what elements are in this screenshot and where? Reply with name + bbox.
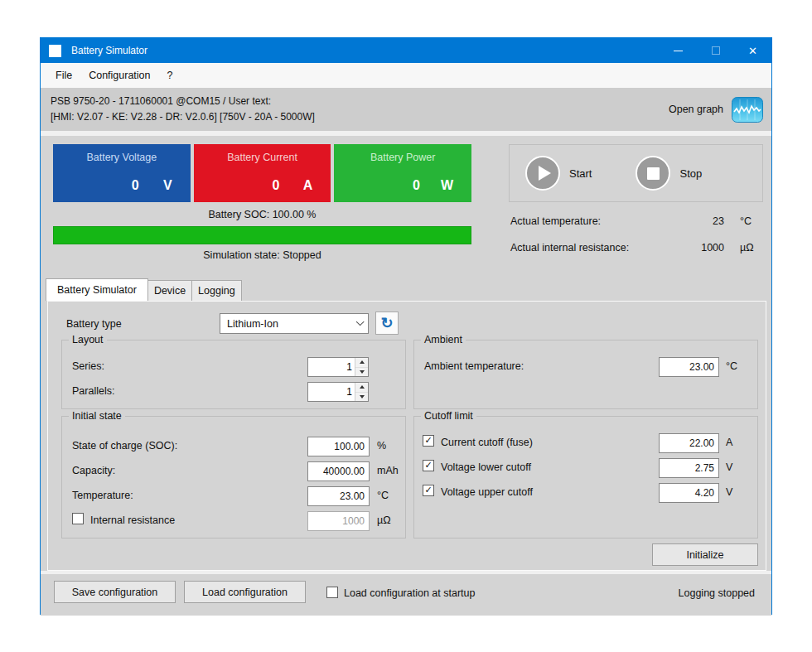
voltage-lower-cutoff-label: Voltage lower cutoff	[441, 461, 531, 473]
open-graph-label: Open graph	[669, 104, 723, 115]
start-button[interactable]: Start	[525, 156, 592, 191]
parallels-spin-down-button[interactable]	[355, 392, 368, 402]
parallels-input[interactable]	[308, 383, 355, 401]
load-at-startup-checkbox[interactable]	[326, 587, 338, 598]
load-configuration-button[interactable]: Load configuration	[184, 581, 306, 603]
spin-up-icon	[360, 385, 365, 389]
ambient-temperature-input[interactable]	[659, 357, 719, 377]
series-spinner	[307, 357, 369, 377]
maximize-icon	[712, 46, 720, 55]
cutoff-limit-group-title: Cutoff limit	[421, 410, 476, 422]
ambient-group: Ambient Ambient temperature: °C	[413, 340, 758, 409]
play-icon	[525, 156, 560, 191]
titlebar: Battery Simulator ✕	[41, 38, 771, 63]
chevron-down-icon	[356, 317, 365, 326]
layout-group: Layout Series: Parallels:	[61, 340, 406, 409]
series-spin-up-button[interactable]	[355, 358, 368, 367]
temperature-label: Temperature:	[72, 490, 133, 501]
internal-resistance-input	[307, 511, 370, 531]
battery-current-meter: Battery Current 0 A	[194, 144, 331, 202]
layout-group-title: Layout	[69, 334, 107, 345]
voltage-lower-cutoff-checkbox[interactable]: ✓	[423, 460, 434, 471]
battery-type-value: Lithium-Ion	[227, 318, 278, 330]
internal-resistance-checkbox[interactable]	[72, 513, 84, 524]
ambient-temperature-unit: °C	[726, 360, 737, 372]
device-info-line1: PSB 9750-20 - 1711060001 @COM15 / User t…	[51, 94, 315, 109]
simulation-state-label: Simulation state: Stopped	[53, 249, 471, 261]
meter-value: 0	[132, 178, 139, 193]
open-graph-button[interactable]: Open graph	[669, 88, 763, 131]
voltage-lower-cutoff-unit: V	[726, 461, 732, 473]
voltage-upper-cutoff-unit: V	[726, 486, 732, 498]
soc-input[interactable]	[307, 437, 370, 456]
battery-type-dropdown[interactable]: Lithium-Ion	[220, 313, 369, 334]
actual-internal-resistance-row: Actual internal resistance: 1000 µΩ	[510, 242, 763, 257]
close-icon: ✕	[748, 45, 757, 57]
maximize-button[interactable]	[697, 38, 734, 63]
load-at-startup-label: Load configuration at startup	[344, 587, 475, 599]
actual-temperature-value: 23	[713, 215, 724, 227]
battery-simulator-tabpage: Battery type Lithium-Ion ↻ Layout Series…	[47, 301, 766, 571]
menu-help[interactable]: ?	[159, 63, 181, 88]
save-configuration-button[interactable]: Save configuration	[54, 581, 176, 603]
meter-label: Battery Power	[334, 152, 471, 163]
meter-unit: W	[441, 178, 453, 193]
series-label: Series:	[72, 360, 104, 372]
initial-state-group: Initial state State of charge (SOC): % C…	[61, 416, 406, 539]
stop-label: Stop	[679, 167, 702, 180]
meter-value: 0	[413, 178, 420, 193]
ambient-group-title: Ambient	[421, 334, 466, 345]
battery-voltage-meter: Battery Voltage 0 V	[53, 144, 191, 202]
meter-unit: V	[163, 178, 172, 193]
initial-state-group-title: Initial state	[69, 410, 125, 422]
current-cutoff-input[interactable]	[659, 433, 719, 453]
voltage-lower-cutoff-input[interactable]	[659, 458, 719, 478]
stop-button[interactable]: Stop	[636, 156, 702, 191]
temperature-unit: °C	[377, 490, 389, 501]
minimize-button[interactable]	[660, 38, 697, 63]
spin-down-icon	[360, 370, 365, 374]
temperature-input[interactable]	[307, 486, 370, 506]
check-icon: ✓	[424, 436, 432, 445]
graph-icon	[732, 97, 763, 123]
tab-logging[interactable]: Logging	[191, 280, 242, 301]
meter-value: 0	[272, 178, 279, 193]
start-stop-panel: Start Stop	[509, 144, 763, 202]
capacity-label: Capacity:	[72, 465, 115, 476]
actual-temperature-row: Actual temperature: 23 °C	[510, 215, 763, 230]
series-spin-down-button[interactable]	[355, 367, 368, 377]
tab-device[interactable]: Device	[147, 280, 192, 301]
ambient-temperature-label: Ambient temperature:	[424, 360, 524, 372]
tabstrip: Battery Simulator Device Logging	[46, 278, 242, 301]
capacity-input[interactable]	[307, 461, 370, 481]
soc-unit: %	[377, 440, 386, 452]
stop-icon	[636, 156, 670, 191]
menubar: File Configuration ?	[41, 63, 771, 88]
close-button[interactable]: ✕	[734, 38, 771, 63]
battery-type-label: Battery type	[66, 318, 122, 330]
internal-resistance-unit: µΩ	[377, 514, 391, 526]
current-cutoff-unit: A	[726, 437, 732, 448]
device-info-bar: PSB 9750-20 - 1711060001 @COM15 / User t…	[41, 88, 771, 131]
parallels-spinner	[307, 382, 369, 402]
menu-file[interactable]: File	[47, 63, 80, 88]
main-area: Battery Voltage 0 V Battery Current 0 A …	[41, 136, 771, 571]
parallels-spin-up-button[interactable]	[355, 383, 368, 392]
menu-configuration[interactable]: Configuration	[80, 63, 158, 88]
current-cutoff-checkbox[interactable]: ✓	[423, 435, 434, 447]
meter-label: Battery Voltage	[53, 152, 191, 163]
series-input[interactable]	[308, 358, 355, 376]
current-cutoff-label: Current cutoff (fuse)	[441, 437, 533, 448]
actual-internal-resistance-value: 1000	[701, 242, 724, 254]
meter-label: Battery Current	[194, 152, 331, 163]
tab-battery-simulator[interactable]: Battery Simulator	[46, 278, 148, 301]
voltage-upper-cutoff-input[interactable]	[659, 483, 719, 503]
meter-unit: A	[303, 178, 313, 193]
refresh-button[interactable]: ↻	[375, 312, 399, 335]
initialize-button[interactable]: Initialize	[652, 543, 758, 566]
spin-down-icon	[360, 395, 365, 398]
voltage-upper-cutoff-checkbox[interactable]: ✓	[423, 485, 434, 496]
parallels-label: Parallels:	[72, 385, 114, 397]
actual-temperature-unit: °C	[740, 215, 752, 227]
actual-temperature-label: Actual temperature:	[510, 215, 601, 227]
